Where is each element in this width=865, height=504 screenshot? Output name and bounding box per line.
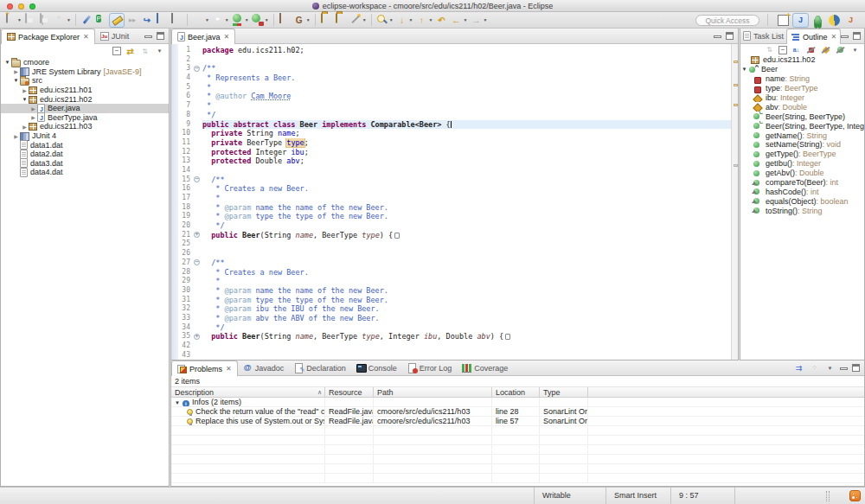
fold-collapse-icon[interactable]: − xyxy=(194,176,200,182)
java-perspective-button[interactable]: J xyxy=(792,13,809,28)
skip-breakpoints-button[interactable] xyxy=(125,13,139,28)
code-line-43[interactable]: 43 xyxy=(171,351,731,360)
tree-item-jre-system-library[interactable]: ▶JRE System Library[JavaSE-9] xyxy=(1,67,169,77)
mark-occurrences-button[interactable] xyxy=(109,13,125,28)
minimize-view-icon[interactable] xyxy=(841,35,849,38)
code-line-14[interactable]: 14 xyxy=(171,166,731,175)
outline-item-ibu[interactable]: ibu : Integer xyxy=(740,93,864,103)
quick-fix-button[interactable]: ▼ xyxy=(349,13,368,28)
annotation-marker[interactable] xyxy=(734,164,738,167)
outline-item-compareto-beer[interactable]: compareTo(Beer) : int xyxy=(740,178,864,188)
forward-button[interactable]: ▼ xyxy=(469,13,488,28)
tab-error-log[interactable]: Error Log xyxy=(402,360,458,375)
code-line-33[interactable]: 33 * @param abv the ABV of the new Beer. xyxy=(171,314,731,323)
code-line-4[interactable]: 4 * Represents a Beer. xyxy=(171,73,731,83)
pydev-flag-button[interactable]: P xyxy=(94,13,108,28)
run-external-tools-button[interactable]: ▼ xyxy=(251,13,270,28)
view-menu-icon[interactable]: ▼ xyxy=(824,362,836,373)
import-folder-button[interactable] xyxy=(334,13,348,28)
code-line-30[interactable]: 30 * @param name the name of the new Bee… xyxy=(171,286,731,296)
code-line-18[interactable]: 18 * @param name the name of the new Bee… xyxy=(171,203,731,213)
code-line-19[interactable]: 19 * @param type the type of the new Bee… xyxy=(171,212,731,221)
minimize-view-icon[interactable] xyxy=(840,367,848,370)
code-line-25[interactable]: 25 xyxy=(171,239,731,249)
folded-region-icon[interactable] xyxy=(505,334,510,340)
hide-non-public-members-icon[interactable] xyxy=(835,44,846,55)
column-resource[interactable]: Resource xyxy=(325,387,374,397)
tree-item-edu-ics211-h03[interactable]: ▶edu.ics211.h03 xyxy=(1,122,169,131)
tree-item-data3-dat[interactable]: data3.dat xyxy=(1,159,169,169)
new-table-button[interactable] xyxy=(278,13,292,28)
code-line-11[interactable]: 11 private BeerType type; xyxy=(171,138,731,148)
occurrence-marker[interactable] xyxy=(734,84,738,86)
outline-item-getabv[interactable]: getAbv() : Double xyxy=(740,169,864,178)
fold-collapse-icon[interactable]: − xyxy=(194,259,200,265)
hide-fields-icon[interactable] xyxy=(805,44,817,55)
expanded-arrow-icon[interactable]: ▼ xyxy=(3,60,11,65)
tree-item-edu-ics211-h02[interactable]: ▼edu.ics211.h02 xyxy=(1,94,169,104)
filter-icon[interactable]: ⇉ xyxy=(793,362,804,373)
expanded-arrow-icon[interactable]: ▼ xyxy=(12,78,20,83)
problems-group-row[interactable]: ▼iInfos (2 items) xyxy=(171,398,864,407)
focus-icon[interactable]: ⇅ xyxy=(139,46,151,57)
code-line-15[interactable]: 15− /** xyxy=(171,175,731,185)
save-button[interactable] xyxy=(23,13,37,28)
code-line-34[interactable]: 34 */ xyxy=(171,323,731,333)
code-line-20[interactable]: 20 */ xyxy=(171,221,731,231)
quick-access-input[interactable]: Quick Access xyxy=(695,15,759,26)
column-path[interactable]: Path xyxy=(374,387,492,397)
focus-icon[interactable]: ⇅ xyxy=(764,44,775,55)
outline-item-beer-string-beertype-integer-do[interactable]: CBeer(String, BeerType, Integer, Do xyxy=(740,121,864,131)
collapsed-arrow-icon[interactable]: ▶ xyxy=(21,87,29,93)
column-description[interactable]: Description∧ xyxy=(171,387,325,397)
sonarlint-button[interactable]: ▼ xyxy=(292,13,311,28)
code-line-6[interactable]: 6 * @author Cam Moore xyxy=(171,92,731,101)
maximize-view-icon[interactable] xyxy=(852,364,860,372)
outline-item-edu-ics211-h02[interactable]: edu.ics211.h02 xyxy=(740,55,864,65)
tab-beer-java[interactable]: Beer.java ✕ xyxy=(171,29,235,44)
open-perspective-button[interactable] xyxy=(776,13,791,28)
close-window-button[interactable] xyxy=(7,3,13,10)
new-window-button[interactable] xyxy=(155,13,169,28)
tab-outline[interactable]: Outline ✕ xyxy=(786,29,841,44)
tab-junit[interactable]: Ju JUnit xyxy=(95,29,135,43)
tab-package-explorer[interactable]: Package Explorer ✕ xyxy=(1,29,95,44)
fold-expand-icon[interactable]: + xyxy=(194,334,200,340)
pydev-perspective-button[interactable] xyxy=(827,13,842,28)
code-line-17[interactable]: 17 * xyxy=(171,194,731,203)
last-edit-location-button[interactable] xyxy=(434,13,448,28)
occurrence-marker[interactable] xyxy=(734,61,738,63)
outline-item-getibu[interactable]: getIbu() : Integer xyxy=(740,159,864,169)
outline-item-beer-string-beertype[interactable]: CBeer(String, BeerType) xyxy=(740,112,864,121)
collapse-all-icon[interactable]: − xyxy=(112,47,121,55)
code-line-5[interactable]: 5 * xyxy=(171,83,731,93)
code-line-7[interactable]: 7 * xyxy=(171,101,731,111)
tab-problems[interactable]: Problems ✕ xyxy=(171,360,238,376)
tree-item-cmoore[interactable]: ▼cmoore xyxy=(1,58,169,67)
code-line-9[interactable]: 9public abstract class Beer implements C… xyxy=(171,120,731,130)
code-line-29[interactable]: 29 * xyxy=(171,277,731,286)
code-editor[interactable]: 1package edu.ics211.h02;23−/**4 * Repres… xyxy=(171,44,738,360)
tree-item-data2-dat[interactable]: data2.dat xyxy=(1,150,169,159)
close-icon[interactable]: ✕ xyxy=(83,33,89,41)
outline-item-beer[interactable]: ▼ABeer xyxy=(740,65,864,74)
code-line-21[interactable]: 21+ public Beer(String name, BeerType ty… xyxy=(171,231,731,240)
tab-javadoc[interactable]: @ Javadoc xyxy=(238,360,290,375)
link-with-editor-icon[interactable]: ⇄ xyxy=(125,46,136,57)
code-line-1[interactable]: 1package edu.ics211.h02; xyxy=(171,46,731,55)
code-line-12[interactable]: 12 protected Integer ibu; xyxy=(171,148,731,157)
new-button[interactable]: ▼ xyxy=(3,13,22,28)
code-line-16[interactable]: 16 * Creates a new Beer. xyxy=(171,184,731,194)
maximize-view-icon[interactable] xyxy=(726,32,734,40)
sort-icon[interactable]: a↓ xyxy=(791,44,802,55)
tree-item-data4-dat[interactable]: data4.dat xyxy=(1,168,169,177)
tab-coverage[interactable]: Coverage xyxy=(457,360,513,375)
code-line-27[interactable]: 27− /** xyxy=(171,258,731,268)
code-line-3[interactable]: 3−/** xyxy=(171,64,731,73)
tree-item-beer-java[interactable]: ▶Beer.java xyxy=(1,104,169,113)
code-line-31[interactable]: 31 * @param type the type of the new Bee… xyxy=(171,296,731,305)
outline-item-type[interactable]: type : BeerType xyxy=(740,84,864,93)
occurrence-marker[interactable] xyxy=(734,104,738,106)
collapsed-arrow-icon[interactable]: ▶ xyxy=(12,133,20,139)
fold-expand-icon[interactable]: + xyxy=(194,232,200,238)
